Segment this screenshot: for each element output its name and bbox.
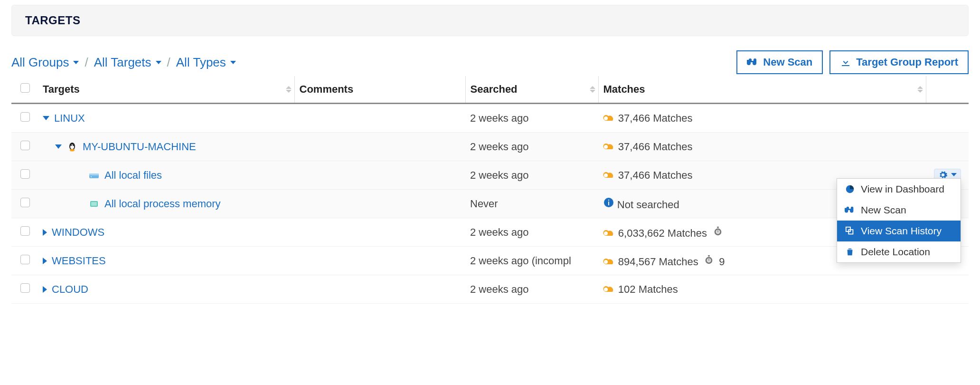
svg-rect-28 — [846, 227, 850, 231]
svg-point-5 — [73, 144, 74, 145]
col-matches-label: Matches — [603, 83, 645, 95]
col-targets[interactable]: Targets — [38, 76, 294, 104]
select-all-checkbox[interactable] — [20, 83, 30, 93]
col-searched-label: Searched — [471, 83, 518, 95]
stopwatch-icon — [704, 254, 714, 265]
memory-icon — [88, 198, 100, 210]
row-checkbox[interactable] — [20, 169, 30, 179]
expand-toggle[interactable] — [43, 116, 49, 120]
target-link-process-memory[interactable]: All local process memory — [104, 198, 221, 210]
row-checkbox[interactable] — [20, 141, 30, 150]
searched-value: 2 weeks ago — [470, 283, 529, 295]
col-searched[interactable]: Searched — [465, 76, 598, 104]
row-checkbox[interactable] — [20, 198, 30, 207]
breadcrumb-separator: / — [167, 55, 170, 70]
searched-value: 2 weeks ago — [470, 169, 529, 181]
target-link-ubuntu[interactable]: MY-UBUNTU-MACHINE — [83, 141, 196, 153]
searched-value: Never — [470, 198, 498, 210]
new-scan-label: New Scan — [763, 56, 812, 68]
caret-down-icon — [156, 61, 161, 64]
trash-icon — [845, 247, 855, 257]
searched-value: 2 weeks ago — [470, 226, 529, 238]
cloud-icon — [603, 283, 615, 293]
caret-down-icon — [73, 61, 79, 64]
svg-rect-20 — [717, 230, 718, 232]
row-checkbox[interactable] — [20, 283, 30, 293]
col-actions — [926, 76, 969, 104]
sort-icon — [590, 86, 595, 93]
matches-value: 37,466 Matches — [618, 112, 693, 124]
row-checkbox[interactable] — [20, 255, 30, 264]
info-icon — [603, 197, 614, 208]
table-row: All local process memory Never Not searc… — [11, 190, 969, 218]
page-header: TARGETS — [11, 5, 969, 36]
expand-toggle[interactable] — [43, 286, 47, 293]
table-row: WEBSITES 2 weeks ago (incompl 894,567 Ma… — [11, 247, 969, 275]
cloud-icon — [603, 169, 615, 179]
table-row: CLOUD 2 weeks ago 102 Matches — [11, 275, 969, 304]
breadcrumb-groups[interactable]: All Groups — [11, 55, 79, 70]
target-group-report-button[interactable]: Target Group Report — [829, 50, 969, 74]
matches-value: 6,033,662 Matches — [618, 227, 707, 239]
breadcrumb-separator: / — [85, 55, 88, 70]
searched-value: 2 weeks ago (incompl — [470, 255, 571, 267]
menu-view-scan-history-label: View Scan History — [861, 225, 942, 237]
menu-new-scan[interactable]: New Scan — [837, 200, 961, 221]
breadcrumb-targets[interactable]: All Targets — [94, 55, 161, 70]
menu-view-scan-history[interactable]: View Scan History — [837, 221, 961, 241]
target-link-websites[interactable]: WEBSITES — [52, 255, 106, 267]
expand-toggle[interactable] — [43, 258, 47, 264]
download-icon — [840, 57, 851, 68]
menu-new-scan-label: New Scan — [861, 204, 906, 216]
expand-toggle[interactable] — [43, 229, 47, 236]
matches-value: 37,466 Matches — [618, 169, 693, 181]
cloud-icon — [603, 227, 615, 237]
table-row: MY-UBUNTU-MACHINE 2 weeks ago 37,466 Mat… — [11, 133, 969, 161]
col-targets-label: Targets — [43, 83, 80, 95]
svg-rect-8 — [89, 173, 99, 175]
breadcrumb-groups-label: All Groups — [11, 55, 69, 70]
target-group-report-label: Target Group Report — [856, 56, 958, 68]
extra-value: 9 — [719, 256, 725, 268]
history-icon — [845, 226, 855, 236]
col-comments[interactable]: Comments — [294, 76, 465, 104]
svg-rect-30 — [848, 251, 849, 254]
searched-value: 2 weeks ago — [470, 112, 529, 124]
matches-value: 894,567 Matches — [618, 256, 698, 268]
col-matches[interactable]: Matches — [598, 76, 926, 104]
breadcrumb-types[interactable]: All Types — [176, 55, 236, 70]
svg-rect-31 — [850, 251, 851, 254]
cloud-icon — [603, 141, 615, 150]
target-link-all-local-files[interactable]: All local files — [104, 169, 162, 182]
stopwatch-icon — [713, 225, 723, 237]
matches-value: 37,466 Matches — [618, 141, 693, 153]
matches-value: Not searched — [617, 199, 679, 211]
breadcrumb-targets-label: All Targets — [94, 55, 151, 70]
binoculars-icon — [747, 57, 758, 68]
target-link-linux[interactable]: LINUX — [54, 112, 85, 125]
cloud-icon — [603, 256, 615, 265]
svg-rect-12 — [91, 202, 97, 206]
target-link-windows[interactable]: WINDOWS — [52, 226, 104, 239]
new-scan-button[interactable]: New Scan — [736, 50, 823, 74]
row-checkbox[interactable] — [20, 226, 30, 236]
menu-view-dashboard-label: View in Dashboard — [861, 183, 944, 195]
row-checkbox[interactable] — [20, 112, 30, 122]
binoculars-icon — [845, 205, 855, 215]
svg-rect-23 — [708, 255, 710, 256]
page-title: TARGETS — [25, 14, 80, 27]
breadcrumb-types-label: All Types — [176, 55, 226, 70]
row-actions-menu: View in Dashboard New Scan View Scan His… — [837, 178, 961, 263]
svg-point-26 — [604, 288, 608, 291]
svg-point-6 — [604, 145, 608, 149]
target-link-cloud[interactable]: CLOUD — [52, 283, 88, 296]
svg-point-0 — [604, 116, 608, 120]
expand-toggle[interactable] — [55, 144, 62, 149]
drive-icon — [88, 170, 100, 181]
table-row: All local files 2 weeks ago 37,466 Match… — [11, 161, 969, 190]
menu-delete-location[interactable]: Delete Location — [837, 241, 961, 262]
svg-point-4 — [71, 144, 72, 145]
menu-view-dashboard[interactable]: View in Dashboard — [837, 179, 961, 200]
matches-value: 102 Matches — [618, 283, 678, 295]
cloud-icon — [603, 112, 615, 122]
